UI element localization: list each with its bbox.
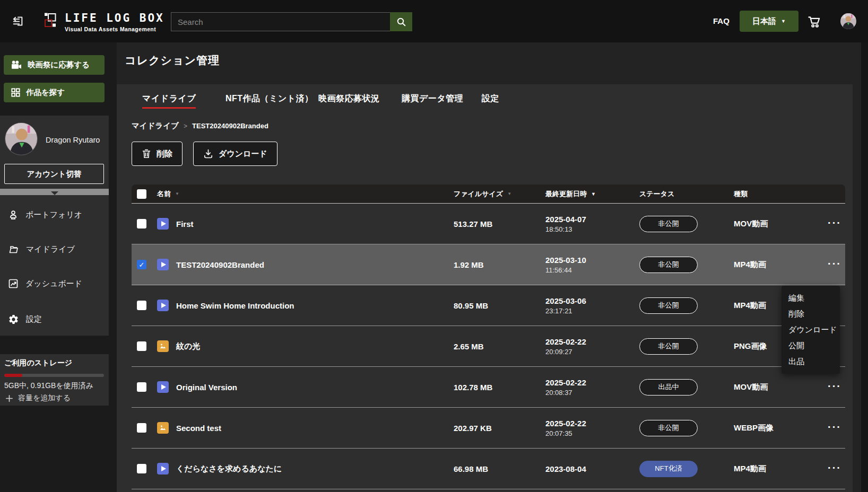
status-badge: NFT化済 bbox=[639, 461, 698, 477]
sidebar-item-label: マイドライブ bbox=[26, 244, 75, 254]
file-size: 513.27 MB bbox=[454, 219, 545, 229]
file-type: WEBP画像 bbox=[734, 423, 828, 433]
switch-account-button[interactable]: アカウント切替 bbox=[4, 164, 104, 184]
column-size[interactable]: ファイルサイズ bbox=[454, 189, 503, 199]
sort-icon[interactable]: ▼ bbox=[507, 191, 511, 196]
tab-0[interactable]: マイドライブ bbox=[142, 93, 196, 104]
table-header: 名前▼ ファイルサイズ▼ 最終更新日時▼ ステータス 種類 bbox=[132, 184, 845, 204]
download-button[interactable]: ダウンロード bbox=[193, 142, 277, 166]
row-checkbox[interactable] bbox=[137, 301, 146, 310]
context-menu-item[interactable]: 出品 bbox=[782, 354, 840, 370]
status-badge: 非公開 bbox=[639, 420, 698, 436]
updated-date: 2025-03-10 bbox=[545, 256, 639, 265]
table-row[interactable]: Home Swim Home Introduction80.95 MB2025-… bbox=[132, 285, 845, 326]
updated-time: 20:09:27 bbox=[545, 348, 639, 356]
files-table: 名前▼ ファイルサイズ▼ 最終更新日時▼ ステータス 種類 First513.2… bbox=[132, 184, 845, 489]
file-size: 102.78 MB bbox=[454, 383, 545, 392]
movie-camera-icon bbox=[11, 60, 22, 70]
row-more-button[interactable]: ··· bbox=[828, 462, 841, 473]
file-name: Original Version bbox=[175, 383, 454, 392]
row-more-button[interactable]: ··· bbox=[828, 380, 841, 392]
file-name: First bbox=[175, 219, 454, 229]
sidebar-item-dashboard[interactable]: ダッシュボード bbox=[0, 273, 109, 294]
sidebar-item-portfolio[interactable]: ポートフォリオ bbox=[0, 204, 109, 225]
table-row[interactable]: First513.27 MB2025-04-0718:50:13非公開MOV動画… bbox=[132, 204, 845, 244]
faq-link[interactable]: FAQ bbox=[713, 16, 730, 25]
cart-icon[interactable] bbox=[807, 15, 822, 28]
breadcrumb-root[interactable]: マイドライブ bbox=[132, 121, 179, 131]
delete-button[interactable]: 削除 bbox=[132, 142, 183, 166]
row-more-button[interactable]: ··· bbox=[828, 421, 841, 433]
content-panel: マイドライブNFT作品（ミント済）映画祭応募状況購買データ管理設定 マイドライブ… bbox=[117, 84, 853, 492]
sort-icon-active[interactable]: ▼ bbox=[591, 191, 596, 197]
language-selector[interactable]: 日本語 ▼ bbox=[740, 11, 798, 32]
context-menu-item[interactable]: 削除 bbox=[782, 306, 840, 322]
grid-icon bbox=[11, 87, 21, 98]
page-title: コレクション管理 bbox=[125, 53, 220, 68]
table-row[interactable]: 紋の光2.65 MB2025-02-2220:09:27非公開PNG画像··· bbox=[132, 326, 845, 367]
app-logo[interactable]: LIFE LOG BOX Visual Data Assets Manageme… bbox=[44, 13, 164, 32]
add-storage-button[interactable]: 容量を追加する bbox=[5, 393, 71, 403]
status-badge: 出品中 bbox=[639, 379, 698, 396]
status-badge: 非公開 bbox=[639, 297, 698, 314]
select-all-checkbox[interactable] bbox=[137, 189, 146, 199]
dashboard-icon bbox=[8, 278, 19, 289]
sidebar-item-settings[interactable]: 設定 bbox=[0, 309, 109, 330]
tab-4[interactable]: 設定 bbox=[482, 93, 499, 104]
updated-time: 11:56:44 bbox=[545, 266, 639, 274]
search-bar bbox=[171, 12, 412, 31]
row-checkbox[interactable] bbox=[137, 341, 146, 351]
table-row[interactable]: くだらなさを求めるあなたに66.98 MB2023-08-04NFT化済MP4動… bbox=[132, 449, 845, 489]
sidebar-item-label: ポートフォリオ bbox=[25, 210, 82, 220]
sidebar-item-mydrive[interactable]: マイドライブ bbox=[0, 239, 109, 260]
updated-date: 2025-04-07 bbox=[545, 215, 639, 224]
breadcrumb-separator: > bbox=[184, 122, 187, 130]
column-updated[interactable]: 最終更新日時 bbox=[545, 189, 587, 199]
tab-2[interactable]: 映画祭応募状況 bbox=[318, 93, 380, 104]
sidebar-nav: ポートフォリオ マイドライブ ダッシュボード 設定 bbox=[0, 195, 109, 336]
column-status: ステータス bbox=[639, 189, 674, 199]
sidebar-toggle-icon[interactable] bbox=[11, 14, 27, 29]
sort-icon[interactable]: ▼ bbox=[175, 191, 179, 196]
search-input[interactable] bbox=[171, 12, 390, 31]
logo-title: LIFE LOG BOX bbox=[65, 13, 164, 24]
context-menu-item[interactable]: ダウンロード bbox=[782, 322, 840, 338]
video-file-icon bbox=[157, 218, 169, 230]
column-name[interactable]: 名前 bbox=[157, 189, 171, 199]
row-checkbox[interactable]: ✓ bbox=[137, 260, 146, 269]
row-checkbox[interactable] bbox=[137, 464, 146, 473]
storage-usage-text: 5GB中, 0.91GBを使用済み bbox=[4, 381, 93, 391]
status-badge: 非公開 bbox=[639, 216, 698, 232]
updated-date: 2025-02-22 bbox=[545, 419, 639, 428]
row-checkbox[interactable] bbox=[137, 382, 146, 392]
row-checkbox[interactable] bbox=[137, 423, 146, 433]
table-row[interactable]: ✓TEST20240902Branded1.92 MB2025-03-1011:… bbox=[132, 244, 845, 285]
file-type: MP4動画 bbox=[734, 464, 828, 474]
sidebar-avatar[interactable] bbox=[5, 122, 38, 155]
row-checkbox[interactable] bbox=[137, 219, 146, 229]
tab-1[interactable]: NFT作品（ミント済） bbox=[225, 93, 314, 104]
file-size: 66.98 MB bbox=[454, 464, 545, 473]
file-type: MP4動画 bbox=[734, 260, 828, 270]
file-type: MOV動画 bbox=[734, 382, 828, 392]
column-type: 種類 bbox=[734, 189, 748, 199]
table-row[interactable]: Original Version102.78 MB2025-02-2220:08… bbox=[132, 367, 845, 408]
browse-works-button[interactable]: 作品を探す bbox=[4, 83, 105, 102]
action-row: 削除 ダウンロード bbox=[132, 142, 277, 166]
row-more-button[interactable]: ··· bbox=[828, 258, 841, 269]
scrollbar-track[interactable] bbox=[861, 42, 868, 492]
tab-bar: マイドライブNFT作品（ミント済）映画祭応募状況購買データ管理設定 bbox=[117, 84, 853, 111]
sidebar-collapse-handle[interactable] bbox=[0, 189, 109, 195]
context-menu-item[interactable]: 編集 bbox=[782, 290, 840, 306]
tab-3[interactable]: 購買データ管理 bbox=[402, 93, 463, 104]
language-label: 日本語 bbox=[752, 16, 776, 27]
apply-festival-label: 映画祭に応募する bbox=[28, 60, 90, 70]
row-more-button[interactable]: ··· bbox=[828, 217, 841, 229]
trash-icon bbox=[142, 148, 151, 159]
table-row[interactable]: Second test202.97 KB2025-02-2220:07:35非公… bbox=[132, 408, 845, 449]
apply-festival-button[interactable]: 映画祭に応募する bbox=[4, 55, 105, 75]
video-file-icon bbox=[157, 300, 169, 311]
user-avatar[interactable] bbox=[840, 13, 856, 29]
search-button[interactable] bbox=[390, 12, 412, 31]
context-menu-item[interactable]: 公開 bbox=[782, 338, 840, 354]
